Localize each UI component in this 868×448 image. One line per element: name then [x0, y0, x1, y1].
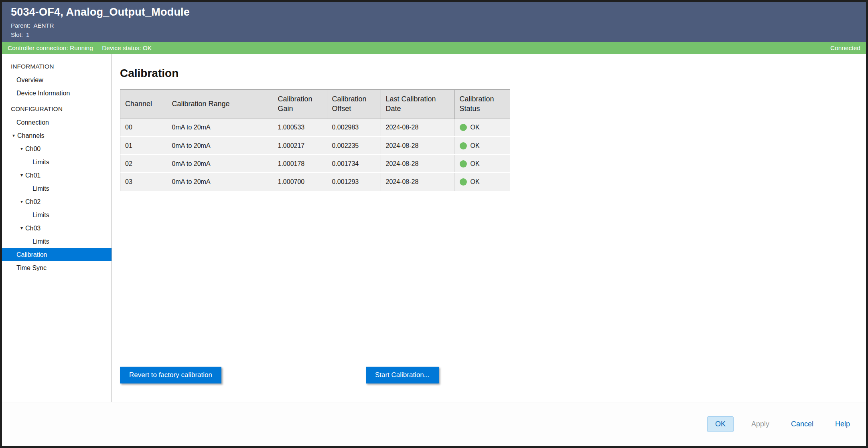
sidebar-item-label: Ch01 [25, 169, 41, 182]
table-row: 02 0mA to 20mA 1.000178 0.001734 2024-08… [120, 155, 510, 173]
status-ok-icon [460, 142, 467, 149]
calibration-title: Calibration [120, 67, 866, 80]
sidebar-item-label: Ch00 [25, 142, 41, 155]
sidebar-item-ch02-limits[interactable]: Limits [2, 208, 112, 222]
cell-date: 2024-08-28 [381, 155, 454, 173]
col-header-channel: Channel [120, 90, 167, 119]
cell-channel: 00 [120, 119, 167, 137]
dialog-footer: OK Apply Cancel Help [2, 402, 866, 446]
status-ok-icon [460, 124, 467, 131]
cell-channel: 01 [120, 137, 167, 155]
table-row: 03 0mA to 20mA 1.000700 0.001293 2024-08… [120, 173, 510, 191]
connection-status-left: Controller connection: Running Device st… [8, 44, 159, 52]
status-ok-icon [460, 178, 467, 186]
cell-date: 2024-08-28 [381, 137, 454, 155]
col-header-calibration-status: Calibration Status [454, 90, 510, 119]
chevron-down-icon[interactable]: ▾ [18, 142, 25, 155]
cell-range: 0mA to 20mA [167, 155, 273, 173]
page-title: 5034-OF4, Analog_Output_Module [11, 6, 857, 18]
body-area: INFORMATION Overview Device Information … [2, 54, 866, 402]
sidebar-item-channels[interactable]: ▾ Channels [2, 129, 112, 142]
cell-status: OK [454, 155, 510, 173]
cell-gain: 1.000217 [273, 137, 327, 155]
sidebar-section-configuration: CONFIGURATION [2, 105, 112, 113]
cell-gain: 1.000178 [273, 155, 327, 173]
sidebar-item-ch03[interactable]: ▾ Ch03 [2, 222, 112, 235]
sidebar-item-ch02[interactable]: ▾ Ch02 [2, 195, 112, 208]
ok-button[interactable]: OK [707, 416, 734, 432]
main-content: Calibration Channel Calibration Range Ca… [112, 54, 866, 402]
cell-offset: 0.002235 [327, 137, 381, 155]
controller-connection-status: Controller connection: Running [8, 44, 93, 51]
sidebar-section-information: INFORMATION [2, 63, 112, 70]
calibration-actions: Revert to factory calibration Start Cali… [120, 367, 439, 383]
cell-gain: 1.000700 [273, 173, 327, 191]
status-text: OK [471, 124, 480, 131]
sidebar-item-connection[interactable]: Connection [2, 116, 112, 129]
cell-offset: 0.001734 [327, 155, 381, 173]
sidebar-item-ch00-limits[interactable]: Limits [2, 155, 112, 169]
cell-offset: 0.001293 [327, 173, 381, 191]
status-text: OK [471, 160, 480, 167]
sidebar-item-ch01[interactable]: ▾ Ch01 [2, 169, 112, 182]
cell-date: 2024-08-28 [381, 173, 454, 191]
table-row: 01 0mA to 20mA 1.000217 0.002235 2024-08… [120, 137, 510, 155]
table-row: 00 0mA to 20mA 1.000533 0.002983 2024-08… [120, 119, 510, 137]
cell-status: OK [454, 119, 510, 137]
col-header-last-calibration-date: Last Calibration Date [381, 90, 454, 119]
col-header-calibration-gain: Calibration Gain [273, 90, 327, 119]
chevron-down-icon[interactable]: ▾ [18, 195, 25, 208]
connected-badge: Connected [830, 44, 860, 52]
revert-to-factory-calibration-button[interactable]: Revert to factory calibration [120, 367, 221, 383]
cell-range: 0mA to 20mA [167, 173, 273, 191]
parent-value: AENTR [33, 22, 54, 29]
sidebar-nav: INFORMATION Overview Device Information … [2, 54, 112, 402]
sidebar-item-ch03-limits[interactable]: Limits [2, 235, 112, 248]
sidebar-item-label: Ch02 [25, 195, 41, 208]
sidebar-item-time-sync[interactable]: Time Sync [2, 261, 112, 274]
module-properties-window: 5034-OF4, Analog_Output_Module Parent:AE… [0, 0, 868, 448]
cell-range: 0mA to 20mA [167, 137, 273, 155]
sidebar-item-overview[interactable]: Overview [2, 73, 112, 87]
cell-status: OK [454, 137, 510, 155]
sidebar-item-ch01-limits[interactable]: Limits [2, 182, 112, 195]
help-button[interactable]: Help [831, 417, 854, 432]
sidebar-item-label: Channels [17, 129, 45, 142]
status-ok-icon [460, 160, 467, 167]
cell-channel: 03 [120, 173, 167, 191]
sidebar-item-device-information[interactable]: Device Information [2, 87, 112, 100]
connection-status-bar: Controller connection: Running Device st… [2, 42, 866, 54]
cell-channel: 02 [120, 155, 167, 173]
col-header-calibration-range: Calibration Range [167, 90, 273, 119]
slot-row: Slot:1 [11, 31, 857, 38]
sidebar-item-ch00[interactable]: ▾ Ch00 [2, 142, 112, 155]
slot-label: Slot: [11, 31, 23, 38]
device-status: Device status: OK [102, 44, 152, 51]
cell-status: OK [454, 173, 510, 191]
parent-row: Parent:AENTR [11, 22, 857, 29]
status-text: OK [471, 178, 480, 186]
start-calibration-button[interactable]: Start Calibration... [366, 367, 439, 383]
slot-value: 1 [26, 31, 29, 38]
chevron-down-icon[interactable]: ▾ [10, 129, 17, 142]
cell-range: 0mA to 20mA [167, 119, 273, 137]
cell-gain: 1.000533 [273, 119, 327, 137]
cell-offset: 0.002983 [327, 119, 381, 137]
chevron-down-icon[interactable]: ▾ [18, 169, 25, 182]
parent-label: Parent: [11, 22, 30, 29]
apply-button[interactable]: Apply [747, 417, 773, 432]
cancel-button[interactable]: Cancel [787, 417, 817, 432]
col-header-calibration-offset: Calibration Offset [327, 90, 381, 119]
status-text: OK [471, 142, 480, 149]
cell-date: 2024-08-28 [381, 119, 454, 137]
chevron-down-icon[interactable]: ▾ [18, 222, 25, 235]
window-header: 5034-OF4, Analog_Output_Module Parent:AE… [2, 2, 866, 42]
sidebar-item-label: Ch03 [25, 222, 41, 235]
sidebar-item-calibration[interactable]: Calibration [2, 248, 112, 261]
calibration-table: Channel Calibration Range Calibration Ga… [120, 89, 510, 191]
table-header-row: Channel Calibration Range Calibration Ga… [120, 90, 510, 119]
